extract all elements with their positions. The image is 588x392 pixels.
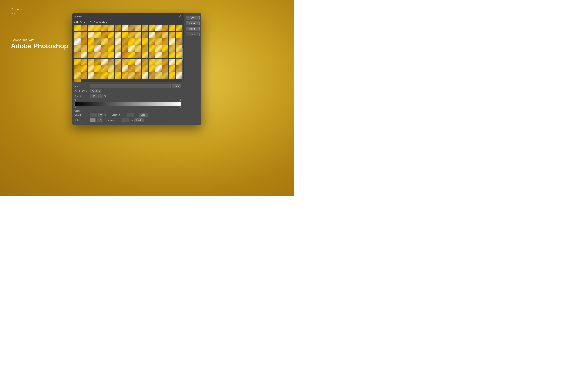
- name-input[interactable]: [90, 84, 170, 88]
- gradient-swatch[interactable]: [81, 66, 88, 72]
- gradient-swatch[interactable]: [169, 52, 175, 58]
- gradient-bar[interactable]: [74, 102, 182, 106]
- cancel-button[interactable]: Cancel: [186, 21, 200, 26]
- gradient-swatch[interactable]: [162, 52, 168, 58]
- gradient-swatch[interactable]: [169, 38, 175, 45]
- gradient-swatch[interactable]: [108, 45, 114, 52]
- gradient-swatch[interactable]: [101, 52, 108, 58]
- gradient-swatch[interactable]: [88, 72, 94, 79]
- gradient-swatch[interactable]: [128, 32, 135, 38]
- gradient-swatch[interactable]: [135, 59, 142, 65]
- opacity-handle-left[interactable]: [74, 99, 76, 101]
- gradient-swatch[interactable]: [135, 32, 142, 38]
- gradient-swatch[interactable]: [101, 32, 108, 38]
- gradient-swatch[interactable]: [162, 25, 168, 31]
- gradient-swatch[interactable]: [108, 72, 114, 79]
- gradient-swatch[interactable]: [162, 45, 168, 52]
- gradient-swatch[interactable]: [94, 66, 101, 72]
- gradient-swatch[interactable]: [128, 66, 135, 72]
- gradient-swatch[interactable]: [81, 25, 88, 31]
- gradient-swatch[interactable]: [128, 59, 135, 65]
- gradient-swatch[interactable]: [128, 45, 135, 52]
- gradient-swatch[interactable]: [122, 59, 128, 65]
- gradient-swatch[interactable]: [176, 66, 182, 72]
- gradient-swatch[interactable]: [81, 59, 88, 65]
- gradient-swatch[interactable]: [81, 32, 88, 38]
- gradient-swatch[interactable]: [74, 25, 80, 31]
- smoothness-dropdown[interactable]: ↓: [98, 94, 103, 98]
- gear-icon[interactable]: ⚙: [179, 15, 182, 18]
- color-dropdown[interactable]: ↓: [97, 118, 102, 122]
- gradient-swatch[interactable]: [88, 32, 94, 38]
- gradient-swatch[interactable]: [135, 52, 142, 58]
- gradient-swatch[interactable]: [115, 72, 121, 79]
- gradient-swatch[interactable]: [148, 52, 155, 58]
- gradient-swatch[interactable]: [115, 59, 121, 65]
- gradient-swatch[interactable]: [135, 45, 142, 52]
- gradient-swatch[interactable]: [88, 38, 94, 45]
- gradient-swatch[interactable]: [148, 66, 155, 72]
- gradient-swatch[interactable]: [155, 66, 162, 72]
- gradient-swatch[interactable]: [108, 25, 114, 31]
- gradient-swatch[interactable]: [142, 45, 148, 52]
- gradient-swatch[interactable]: [148, 45, 155, 52]
- gradient-swatch[interactable]: [115, 38, 121, 45]
- gradient-swatch[interactable]: [169, 59, 175, 65]
- opacity-handle-right[interactable]: [180, 99, 182, 101]
- gradient-swatch[interactable]: [142, 32, 148, 38]
- gradient-swatch[interactable]: [115, 25, 121, 31]
- gradient-swatch[interactable]: [81, 45, 88, 52]
- gradient-swatch[interactable]: [142, 38, 148, 45]
- location-input-color[interactable]: [122, 118, 129, 122]
- gradient-swatch[interactable]: [94, 32, 101, 38]
- gradient-swatch[interactable]: [115, 32, 121, 38]
- gradient-swatch[interactable]: [162, 32, 168, 38]
- gradient-swatch[interactable]: [81, 52, 88, 58]
- gradient-swatch[interactable]: [101, 66, 108, 72]
- gradient-swatch[interactable]: [142, 59, 148, 65]
- gradient-swatch[interactable]: [122, 45, 128, 52]
- delete-opacity-button[interactable]: Delete: [139, 113, 148, 116]
- gradient-swatch[interactable]: [108, 66, 114, 72]
- gradient-swatch[interactable]: [169, 72, 175, 79]
- gradient-swatch[interactable]: [122, 52, 128, 58]
- gradient-swatch[interactable]: [115, 52, 121, 58]
- gradient-swatch[interactable]: [74, 52, 80, 58]
- gradient-swatch[interactable]: [122, 72, 128, 79]
- gradient-swatch[interactable]: [74, 38, 80, 45]
- gradient-swatch[interactable]: [122, 66, 128, 72]
- gradient-swatch[interactable]: [101, 25, 108, 31]
- gradient-swatch[interactable]: [155, 52, 162, 58]
- gradient-swatch[interactable]: [176, 32, 182, 38]
- gradient-swatch[interactable]: [135, 25, 142, 31]
- import-button[interactable]: Import...: [186, 27, 200, 31]
- gradient-swatch[interactable]: [108, 32, 114, 38]
- gradient-swatch[interactable]: [74, 32, 80, 38]
- gradient-swatch[interactable]: [128, 25, 135, 31]
- gradient-swatch[interactable]: [169, 32, 175, 38]
- gradient-swatch[interactable]: [155, 72, 162, 79]
- gradient-swatch[interactable]: [176, 45, 182, 52]
- gradient-swatch[interactable]: [108, 59, 114, 65]
- gradient-swatch[interactable]: [88, 25, 94, 31]
- gradient-swatch[interactable]: [148, 32, 155, 38]
- gradient-swatch[interactable]: [115, 66, 121, 72]
- scrollbar-thumb[interactable]: [182, 48, 184, 60]
- scrollbar[interactable]: [182, 25, 184, 82]
- gradient-swatch[interactable]: [108, 38, 114, 45]
- gradient-swatch[interactable]: [74, 66, 80, 72]
- gradient-swatch[interactable]: [135, 72, 142, 79]
- gradient-swatch[interactable]: [135, 38, 142, 45]
- gradient-swatch[interactable]: [101, 45, 108, 52]
- gradient-swatch[interactable]: [122, 25, 128, 31]
- new-button[interactable]: New: [172, 84, 182, 88]
- gradient-swatch[interactable]: [108, 52, 114, 58]
- gradient-swatch[interactable]: [148, 25, 155, 31]
- gradient-swatch[interactable]: [94, 52, 101, 58]
- gradient-swatch[interactable]: [74, 79, 80, 82]
- gradient-swatch[interactable]: [142, 72, 148, 79]
- gradient-swatch[interactable]: [176, 25, 182, 31]
- gradient-swatch[interactable]: [176, 52, 182, 58]
- gradient-swatch[interactable]: [88, 66, 94, 72]
- delete-color-button[interactable]: Delete: [134, 118, 144, 122]
